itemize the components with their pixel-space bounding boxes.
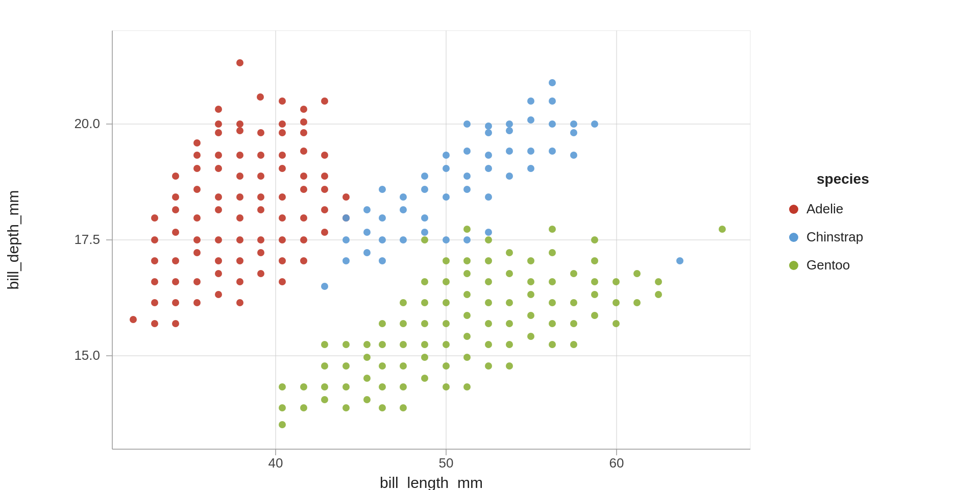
svg-point-106 xyxy=(485,129,492,136)
svg-point-198 xyxy=(321,341,328,348)
svg-point-42 xyxy=(236,173,243,180)
svg-point-141 xyxy=(463,236,471,243)
svg-point-150 xyxy=(719,226,726,233)
svg-point-103 xyxy=(549,97,556,105)
svg-point-61 xyxy=(257,206,264,213)
svg-point-223 xyxy=(321,383,328,390)
svg-point-56 xyxy=(151,214,158,222)
svg-point-44 xyxy=(279,165,286,172)
svg-point-130 xyxy=(342,214,350,222)
svg-point-215 xyxy=(400,362,407,370)
svg-point-159 xyxy=(549,249,556,256)
svg-point-77 xyxy=(193,249,201,256)
svg-point-135 xyxy=(342,236,350,243)
svg-point-237 xyxy=(400,404,407,411)
svg-point-134 xyxy=(421,214,428,222)
svg-point-54 xyxy=(321,186,328,193)
svg-point-177 xyxy=(485,299,492,306)
svg-point-55 xyxy=(342,193,350,201)
svg-point-178 xyxy=(506,299,513,306)
svg-point-39 xyxy=(172,173,179,180)
svg-point-225 xyxy=(363,375,371,382)
svg-point-232 xyxy=(300,404,307,411)
legend-adelie-label: Adelie xyxy=(806,201,843,216)
svg-point-222 xyxy=(300,383,307,390)
svg-point-171 xyxy=(633,270,641,277)
svg-point-29 xyxy=(193,139,201,146)
svg-point-128 xyxy=(463,186,471,193)
svg-point-25 xyxy=(279,129,286,136)
svg-point-115 xyxy=(527,148,534,155)
y-axis-label: bill_depth_mm xyxy=(5,190,21,289)
svg-point-143 xyxy=(342,257,350,264)
svg-point-220 xyxy=(506,362,513,370)
svg-point-92 xyxy=(193,299,201,306)
svg-point-199 xyxy=(342,341,350,348)
legend-adelie-dot xyxy=(789,205,798,214)
svg-point-144 xyxy=(363,249,371,256)
svg-point-112 xyxy=(463,148,471,155)
y-tick-15: 15.0 xyxy=(74,348,100,363)
svg-point-194 xyxy=(549,320,556,327)
svg-point-123 xyxy=(527,165,534,172)
svg-point-53 xyxy=(300,186,307,193)
svg-point-153 xyxy=(591,236,598,243)
svg-point-69 xyxy=(215,236,222,243)
svg-point-218 xyxy=(463,354,471,361)
svg-point-27 xyxy=(236,120,243,128)
svg-point-78 xyxy=(215,257,222,264)
chart-container: 40 50 60 15.0 17.5 20.0 bill_length_mm b… xyxy=(0,0,980,490)
svg-point-213 xyxy=(363,354,371,361)
scatter-plot: 40 50 60 15.0 17.5 20.0 bill_length_mm b… xyxy=(0,0,980,490)
svg-point-196 xyxy=(591,312,598,319)
svg-point-176 xyxy=(463,291,471,298)
svg-point-221 xyxy=(279,383,286,390)
svg-point-169 xyxy=(591,278,598,285)
svg-point-162 xyxy=(443,278,450,285)
svg-point-192 xyxy=(506,320,513,327)
x-axis-label: bill_length_mm xyxy=(380,474,483,490)
svg-point-19 xyxy=(321,97,328,105)
svg-point-91 xyxy=(172,299,179,306)
svg-point-64 xyxy=(321,206,328,213)
svg-point-122 xyxy=(506,173,513,180)
svg-point-233 xyxy=(321,396,328,403)
svg-point-116 xyxy=(549,148,556,155)
svg-point-228 xyxy=(421,375,428,382)
svg-point-138 xyxy=(400,236,407,243)
svg-point-188 xyxy=(421,320,428,327)
svg-point-109 xyxy=(570,129,577,136)
svg-point-204 xyxy=(443,341,450,348)
svg-point-101 xyxy=(506,120,513,128)
svg-point-62 xyxy=(279,214,286,222)
svg-point-214 xyxy=(379,362,386,370)
svg-point-59 xyxy=(215,206,222,213)
svg-point-197 xyxy=(612,320,620,327)
svg-point-95 xyxy=(151,320,158,327)
svg-point-186 xyxy=(379,320,386,327)
svg-point-154 xyxy=(443,257,450,264)
svg-point-146 xyxy=(676,257,683,264)
svg-point-48 xyxy=(193,186,201,193)
svg-point-37 xyxy=(300,148,307,155)
svg-point-50 xyxy=(236,193,243,201)
svg-point-16 xyxy=(236,59,243,66)
svg-point-125 xyxy=(400,193,407,201)
svg-point-33 xyxy=(215,152,222,159)
svg-point-36 xyxy=(279,152,286,159)
svg-point-47 xyxy=(172,193,179,201)
svg-point-51 xyxy=(257,193,264,201)
svg-point-31 xyxy=(300,129,307,136)
svg-point-145 xyxy=(379,257,386,264)
svg-point-72 xyxy=(279,236,286,243)
svg-point-93 xyxy=(215,291,222,298)
y-tick-20: 20.0 xyxy=(74,116,100,131)
svg-point-26 xyxy=(215,129,222,136)
svg-point-85 xyxy=(193,278,201,285)
svg-point-111 xyxy=(443,152,450,159)
svg-point-20 xyxy=(300,106,307,113)
svg-point-191 xyxy=(485,320,492,327)
svg-point-212 xyxy=(342,362,350,370)
svg-point-157 xyxy=(506,249,513,256)
svg-point-238 xyxy=(279,421,286,428)
